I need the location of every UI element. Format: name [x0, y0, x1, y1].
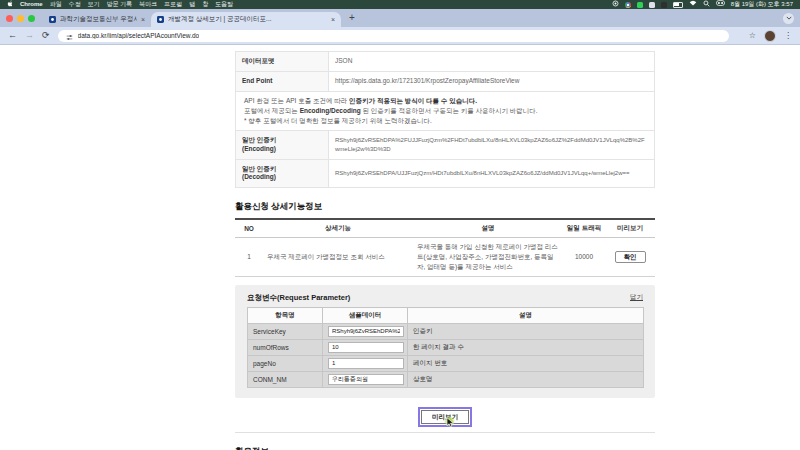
- menu-history[interactable]: 방문 기록: [107, 0, 133, 9]
- param-servicekey-desc: 인증키: [408, 323, 644, 339]
- dark-app-icon[interactable]: [661, 2, 667, 8]
- request-parameter-panel: 요청변수(Request Parameter) 닫기 항목명 샘플데이터 설명: [235, 285, 655, 398]
- table-header-row: 항목명 샘플데이터 설명: [248, 307, 644, 323]
- param-numofrows-label: numOfRows: [248, 339, 323, 355]
- pageno-input[interactable]: [328, 358, 404, 369]
- menu-help[interactable]: 도움말: [215, 0, 233, 9]
- tab-search-chevron-icon[interactable]: [783, 13, 794, 24]
- notice-line1: API 환경 또는 API 호출 조건에 따라: [244, 97, 349, 104]
- table-row: numOfRows 한 페이지 결과 수: [248, 339, 644, 355]
- tab-close-icon[interactable]: ×: [141, 16, 145, 23]
- col-description: 설명: [413, 219, 563, 238]
- menubar-status-area: 8월 19일 (화) 오후 3:57: [612, 0, 793, 10]
- forward-button[interactable]: →: [25, 31, 34, 40]
- auth-key-notice: API 환경 또는 API 호출 조건에 따라 인증키가 적용되는 방식이 다를…: [236, 91, 655, 130]
- close-panel-link[interactable]: 닫기: [630, 293, 643, 302]
- param-conmnm-desc: 상호명: [408, 371, 644, 387]
- tab-favicon: [157, 16, 164, 23]
- minimize-window-button[interactable]: [17, 15, 24, 22]
- tab-close-icon[interactable]: ×: [331, 16, 335, 23]
- screenshot-app-icon[interactable]: [649, 2, 655, 8]
- menu-app-name[interactable]: Chrome: [20, 0, 43, 9]
- menubar-clock[interactable]: 8월 19일 (화) 오후 3:57: [731, 0, 793, 9]
- tab-strip: 과학기술정보통신부 우정사업본... × 개발계정 상세보기 | 공공데이터포.…: [0, 9, 800, 27]
- screen: Chrome 파일 수정 보기 방문 기록 북마크 프로필 탭 창 도움말: [0, 0, 800, 450]
- col-sample-data: 샘플데이터: [323, 307, 408, 323]
- cell-function-name: 우체국 제로페이 가맹점정보 조회 서비스: [263, 238, 413, 276]
- bookmark-star-icon[interactable]: ☆: [749, 32, 756, 40]
- data-format-label: 데이터포맷: [236, 52, 329, 72]
- menu-edit[interactable]: 수정: [69, 0, 81, 9]
- browser-menu-icon[interactable]: ⋮: [784, 32, 792, 40]
- notice-line1-bold: 인증키가 적용되는 방식이 다를 수 있습니다.: [349, 97, 477, 104]
- preview-button[interactable]: 미리보기: [421, 410, 469, 425]
- decoding-key-label: 일반 인증키(Decoding): [236, 159, 329, 188]
- apple-icon[interactable]: [7, 0, 13, 10]
- tab-favicon: [49, 16, 56, 23]
- spotlight-search-icon[interactable]: [703, 0, 710, 10]
- numofrows-input[interactable]: [328, 342, 404, 353]
- screen-record-icon[interactable]: [612, 0, 619, 10]
- col-preview: 미리보기: [605, 219, 655, 238]
- table-row: ServiceKey 인증키: [248, 323, 644, 339]
- page-content: 데이터포맷 JSON End Point https://apis.data.g…: [0, 45, 800, 450]
- usage-section-title: 활용정보: [235, 446, 655, 450]
- battery-icon[interactable]: [673, 2, 683, 8]
- browser-toolbar: ← → ⟳ data.go.kr/iim/api/selectAPIAcount…: [0, 27, 800, 45]
- encoding-key-label: 일반 인증키(Encoding): [236, 130, 329, 159]
- col-no: NO: [235, 219, 263, 238]
- control-center-icon[interactable]: [716, 0, 725, 9]
- green-app-icon[interactable]: [637, 2, 643, 8]
- back-button[interactable]: ←: [8, 31, 17, 40]
- section-divider: [235, 432, 655, 433]
- encoding-key-value: RShyh9j6ZvRSEhDPA%2FUJJFuzjQzm%2FHDt7ubd…: [329, 130, 655, 159]
- detail-section-title: 활용신청 상세기능정보: [235, 201, 655, 213]
- tab-postal-service[interactable]: 과학기술정보통신부 우정사업본... ×: [43, 12, 151, 27]
- profile-avatar[interactable]: [764, 30, 776, 42]
- tab-title: 개발계정 상세보기 | 공공데이터포...: [168, 15, 327, 24]
- url-text: data.go.kr/iim/api/selectAPIAcountView.d…: [78, 32, 200, 39]
- tab-dev-account-detail[interactable]: 개발계정 상세보기 | 공공데이터포... ×: [151, 12, 341, 27]
- menu-bookmarks[interactable]: 북마크: [139, 0, 157, 9]
- cell-no: 1: [235, 238, 263, 276]
- confirm-button[interactable]: 확인: [615, 251, 646, 264]
- col-daily-traffic: 일일 트래픽: [563, 219, 605, 238]
- new-tab-button[interactable]: +: [349, 13, 355, 23]
- servicekey-input[interactable]: [328, 326, 404, 337]
- zoom-window-button[interactable]: [28, 15, 35, 22]
- conmnm-input[interactable]: [328, 374, 404, 385]
- macos-menubar: Chrome 파일 수정 보기 방문 기록 북마크 프로필 탭 창 도움말: [0, 0, 800, 9]
- table-row: CONM_NM 상호명: [248, 371, 644, 387]
- reload-button[interactable]: ⟳: [42, 31, 50, 40]
- close-window-button[interactable]: [6, 15, 13, 22]
- menu-window[interactable]: 창: [202, 0, 208, 9]
- data-format-value: JSON: [329, 52, 655, 72]
- col-function: 상세기능: [263, 219, 413, 238]
- table-row: 1 우체국 제로페이 가맹점정보 조회 서비스 우체국을 통해 가입 신청한 제…: [235, 238, 655, 276]
- table-row: 데이터포맷 JSON: [236, 52, 655, 72]
- notice-line3: * 향후 포털에서 더 명확한 정보를 제공하기 위해 노력하겠습니다.: [244, 117, 432, 124]
- param-servicekey-label: ServiceKey: [248, 323, 323, 339]
- window-controls: [6, 15, 35, 22]
- omnibox[interactable]: data.go.kr/iim/api/selectAPIAcountView.d…: [58, 30, 729, 42]
- menu-file[interactable]: 파일: [50, 0, 62, 9]
- notice-line2-bold: Encoding/Decoding: [300, 107, 361, 114]
- menu-view[interactable]: 보기: [88, 0, 100, 9]
- tab-title: 과학기술정보통신부 우정사업본...: [60, 15, 137, 24]
- endpoint-label: End Point: [236, 71, 329, 91]
- wifi-icon[interactable]: [689, 0, 697, 9]
- param-pageno-label: pageNo: [248, 355, 323, 371]
- cell-description: 우체국을 통해 가입 신청한 제로페이 가맹점 리스트(상호명, 사업장주소, …: [413, 238, 563, 276]
- site-settings-tune-icon[interactable]: [66, 27, 73, 45]
- menu-tab[interactable]: 탭: [189, 0, 195, 9]
- param-numofrows-desc: 한 페이지 결과 수: [408, 339, 644, 355]
- detail-function-table: NO 상세기능 설명 일일 트래픽 미리보기 1 우체국 제로페이 가맹점정보 …: [235, 218, 655, 276]
- chrome-status-icon[interactable]: [625, 2, 631, 8]
- cell-daily-traffic: 10000: [563, 238, 605, 276]
- endpoint-value: https://apis.data.go.kr/1721301/KrpostZe…: [329, 71, 655, 91]
- col-param-name: 항목명: [248, 307, 323, 323]
- notice-line2: 포털에서 제공되는: [244, 107, 300, 114]
- table-row: API 환경 또는 API 호출 조건에 따라 인증키가 적용되는 방식이 다를…: [236, 91, 655, 130]
- menu-profiles[interactable]: 프로필: [164, 0, 182, 9]
- request-parameter-table: 항목명 샘플데이터 설명 ServiceKey 인증키 numOfRows: [247, 307, 644, 388]
